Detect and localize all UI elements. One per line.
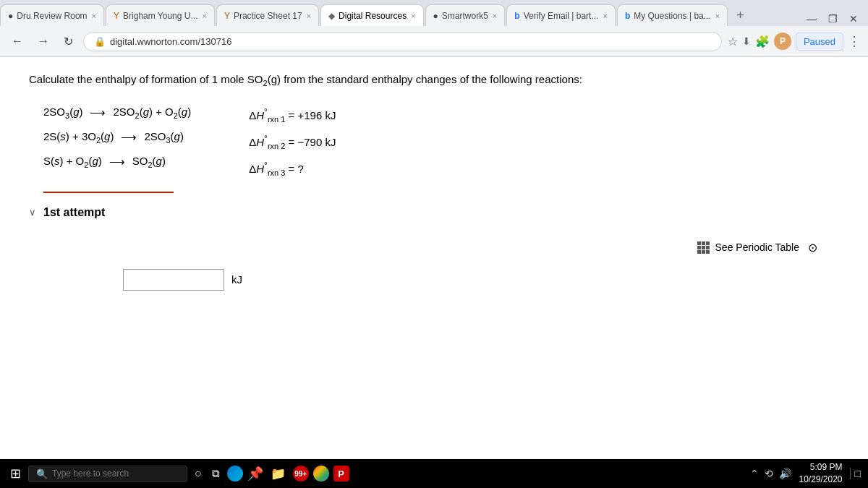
tab-close-verify[interactable]: × [603, 12, 607, 20]
pt-square [706, 246, 710, 249]
close-button[interactable]: ✕ [845, 12, 862, 26]
tab-label: Dru Review Room [17, 11, 87, 21]
enthalpy-3: ΔH°rxn 3 = ? [249, 160, 336, 177]
tab-label-verify: Verify Email | bart... [524, 11, 599, 21]
reaction-2-products: 2SO3(g) [144, 130, 183, 145]
periodic-table-icon [697, 241, 710, 254]
reaction-1-reactants: 2SO3(g) [43, 106, 82, 120]
tab-label-myq: My Questions | ba... [634, 11, 711, 21]
pt-square [697, 250, 701, 254]
collapse-chevron[interactable]: ∨ [29, 207, 36, 218]
paused-button[interactable]: Paused [796, 33, 843, 51]
tab-favicon-digital: ◆ [328, 11, 335, 21]
reaction-1: 2SO3(g) ⟶ 2SO2(g) + O2(g) [43, 106, 191, 120]
tab-byu[interactable]: Y Brigham Young U... × [106, 4, 215, 26]
restore-button[interactable]: ❐ [824, 12, 842, 26]
answer-input[interactable] [123, 269, 224, 291]
tab-close-byu[interactable]: × [202, 12, 206, 20]
pt-square [706, 241, 710, 245]
tab-favicon: ● [8, 11, 13, 21]
periodic-table-label: See Periodic Table [715, 241, 799, 253]
reactions-enthalpies: ΔH°rxn 1 = +196 kJ ΔH°rxn 2 = −790 kJ ΔH… [249, 107, 336, 177]
attempt-header: ∨ 1st attempt [29, 206, 839, 219]
url-text: digital.wwnorton.com/130716 [110, 36, 711, 47]
minimize-button[interactable]: — [802, 12, 821, 26]
page-content: Calculate the enthalpy of formation of 1… [0, 57, 868, 460]
tab-digital-resources[interactable]: ◆ Digital Resources × [320, 4, 423, 26]
url-box[interactable]: 🔒 digital.wwnorton.com/130716 [83, 32, 722, 51]
enthalpy-2-text: ΔH°rxn 2 = −790 kJ [249, 134, 336, 150]
tab-label-digital: Digital Resources [339, 11, 407, 21]
tab-favicon-byu: Y [114, 11, 119, 21]
pt-square [702, 241, 705, 245]
pt-square [702, 250, 705, 254]
reaction-3-arrow: ⟶ [109, 155, 125, 168]
tab-label-smartwork: Smartwork5 [442, 11, 488, 21]
tab-smartwork[interactable]: ● Smartwork5 × [425, 4, 506, 26]
tab-close-myq[interactable]: × [715, 12, 720, 20]
extensions-icon[interactable]: 🧩 [755, 35, 770, 48]
taskbar: ⊞ 🔍 ○ ⧉ 📌 📁 99+ P ⌃ ⟲ 🔊 5:09 PM 10/29/20… [0, 459, 868, 460]
browser-chrome: ● Dru Review Room × Y Brigham Young U...… [0, 0, 868, 57]
sync-icon[interactable]: ⬇ [742, 35, 751, 47]
menu-icon[interactable]: ⋮ [848, 33, 861, 49]
reactions-equations: 2SO3(g) ⟶ 2SO2(g) + O2(g) 2S(s) + 3O2(g)… [43, 106, 191, 177]
back-button[interactable]: ← [7, 32, 27, 51]
forward-button[interactable]: → [33, 32, 54, 51]
tab-favicon-smartwork: ● [433, 11, 438, 21]
reaction-3-products: SO2(g) [132, 155, 166, 169]
bookmark-icon[interactable]: ☆ [728, 35, 738, 48]
address-actions: ☆ ⬇ 🧩 P Paused ⋮ [728, 33, 861, 51]
answer-row: kJ [123, 269, 839, 291]
tab-favicon-myq: b [625, 11, 630, 21]
reactions-block: 2SO3(g) ⟶ 2SO2(g) + O2(g) 2S(s) + 3O2(g)… [43, 106, 839, 177]
reload-button[interactable]: ↻ [59, 32, 77, 51]
reaction-3: S(s) + O2(g) ⟶ SO2(g) [43, 155, 191, 169]
tab-close-smartwork[interactable]: × [493, 12, 497, 20]
tab-label-byu: Brigham Young U... [123, 11, 197, 21]
attempt-label: 1st attempt [43, 206, 105, 219]
new-tab-button[interactable]: + [729, 4, 752, 26]
enthalpy-1-text: ΔH°rxn 1 = +196 kJ [249, 107, 336, 124]
reaction-2-arrow: ⟶ [121, 131, 137, 144]
section-divider [43, 192, 174, 193]
address-bar: ← → ↻ 🔒 digital.wwnorton.com/130716 ☆ ⬇ … [0, 26, 868, 56]
tab-verify-email[interactable]: b Verify Email | bart... × [506, 4, 616, 26]
tab-label-practice: Practice Sheet 17 [234, 11, 302, 21]
reaction-1-products: 2SO2(g) + O2(g) [113, 106, 191, 120]
reaction-2-reactants: 2S(s) + 3O2(g) [43, 130, 114, 145]
reaction-1-arrow: ⟶ [90, 106, 106, 119]
periodic-table-link[interactable]: See Periodic Table ⊙ [29, 241, 817, 254]
tab-favicon-practice: Y [224, 11, 230, 21]
tab-close-practice[interactable]: × [307, 12, 311, 20]
attempt-section: ∨ 1st attempt [29, 206, 839, 291]
enthalpy-1: ΔH°rxn 1 = +196 kJ [249, 107, 336, 124]
tab-my-questions[interactable]: b My Questions | ba... × [617, 4, 728, 26]
profile-avatar[interactable]: P [774, 33, 791, 50]
reaction-2: 2S(s) + 3O2(g) ⟶ 2SO3(g) [43, 130, 191, 145]
tab-favicon-verify: b [514, 11, 519, 21]
enthalpy-2: ΔH°rxn 2 = −790 kJ [249, 134, 336, 150]
tab-close-digital[interactable]: × [411, 12, 415, 20]
tab-dru-review[interactable]: ● Dru Review Room × [0, 4, 104, 26]
enthalpy-3-text: ΔH°rxn 3 = ? [249, 160, 304, 177]
tab-bar: ● Dru Review Room × Y Brigham Young U...… [0, 0, 868, 26]
lock-icon: 🔒 [94, 36, 106, 47]
tab-close-dru[interactable]: × [92, 12, 96, 20]
unit-label: kJ [231, 273, 242, 286]
hint-icon[interactable]: ⊙ [808, 241, 817, 254]
pt-square [702, 246, 705, 249]
pt-square [697, 246, 701, 249]
pt-square [706, 250, 710, 254]
reaction-3-reactants: S(s) + O2(g) [43, 155, 102, 169]
question-text: Calculate the enthalpy of formation of 1… [29, 72, 839, 90]
pt-square [697, 241, 701, 245]
tab-practice[interactable]: Y Practice Sheet 17 × [216, 4, 319, 26]
